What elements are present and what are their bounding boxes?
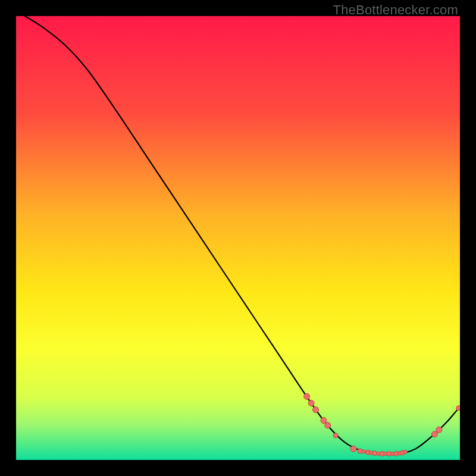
curve-marker	[333, 433, 338, 438]
curve-marker	[304, 393, 310, 399]
curve-marker	[456, 406, 460, 411]
curve-marker	[362, 450, 365, 453]
plot-area	[16, 16, 460, 460]
curve-marker	[321, 418, 327, 424]
curve-marker	[372, 451, 377, 456]
gradient-background	[16, 16, 460, 460]
curve-marker	[431, 431, 437, 437]
plot-svg	[16, 16, 460, 460]
chart-stage: TheBottlenecker.com	[0, 0, 476, 476]
curve-marker	[308, 400, 314, 406]
curve-marker	[350, 446, 356, 452]
curve-marker	[313, 407, 319, 413]
curve-marker	[403, 450, 407, 454]
curve-marker	[436, 427, 442, 433]
curve-marker	[325, 422, 331, 428]
